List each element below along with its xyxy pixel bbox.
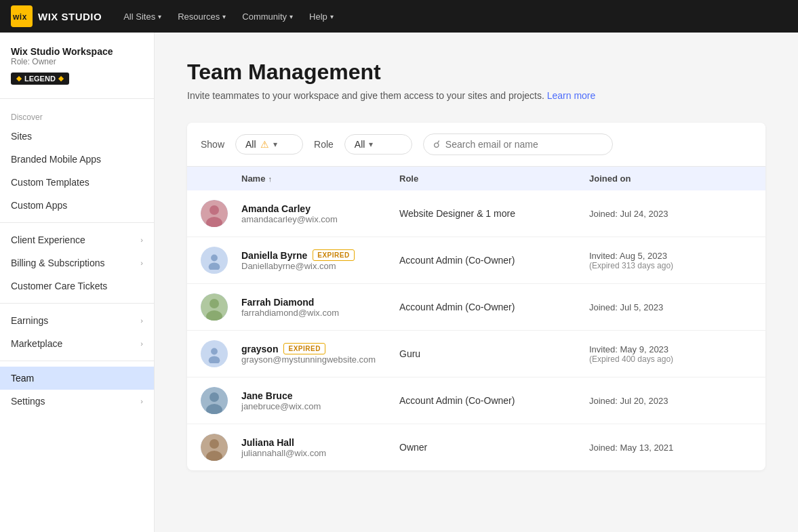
sidebar-item-branded-mobile-apps[interactable]: Branded Mobile Apps [0, 148, 154, 171]
member-email: Daniellabyrne@wix.com [241, 261, 399, 271]
chevron-right-icon: › [140, 340, 143, 348]
expired-badge: EXPIRED [313, 249, 354, 261]
divider [0, 303, 154, 304]
chevron-right-icon: › [140, 316, 143, 325]
table-row: Jane Bruce janebruce@wix.com Account Adm… [187, 377, 765, 424]
member-joined: Invited: Aug 5, 2023 (Expired 313 days a… [589, 251, 752, 270]
member-info: grayson EXPIRED grayson@mystunningwebsit… [241, 343, 399, 365]
role-label: Role [314, 139, 334, 150]
member-joined: Joined: Jul 20, 2023 [589, 396, 752, 406]
sidebar-item-earnings[interactable]: Earnings › [0, 309, 154, 332]
member-email: grayson@mystunningwebsite.com [241, 354, 399, 365]
team-table: Show All ⚠ ▾ Role All ▾ ☌ [187, 123, 765, 470]
chevron-down-icon: ▾ [290, 13, 293, 20]
avatar [201, 200, 228, 227]
column-joinedon-header: Joined on [589, 173, 752, 184]
expired-badge: EXPIRED [283, 343, 325, 354]
member-joined: Invited: May 9, 2023 (Expired 400 days a… [589, 344, 752, 364]
search-icon: ☌ [433, 138, 440, 150]
column-name-header[interactable]: Name ↑ [241, 173, 399, 184]
sidebar-item-sites[interactable]: Sites [0, 125, 154, 148]
svg-point-14 [210, 392, 219, 402]
sidebar-item-billing-subscriptions[interactable]: Billing & Subscriptions › [0, 251, 154, 274]
logo[interactable]: wix WIX STUDIO [11, 5, 102, 27]
member-role: Account Admin (Co-Owner) [399, 395, 589, 406]
nav-resources[interactable]: Resources ▾ [178, 12, 226, 22]
divider [0, 222, 154, 223]
avatar [201, 387, 228, 414]
sidebar-item-custom-templates[interactable]: Custom Templates [0, 171, 154, 194]
chevron-down-icon: ▾ [330, 13, 334, 20]
show-label: Show [201, 139, 224, 150]
page-title: Team Management [187, 60, 765, 85]
avatar [201, 247, 228, 274]
filters-bar: Show All ⚠ ▾ Role All ▾ ☌ [187, 123, 765, 167]
member-joined: Joined: May 13, 2021 [589, 443, 752, 453]
table-row: Farrah Diamond farrahdiamond@wix.com Acc… [187, 284, 765, 331]
chevron-down-icon: ▾ [158, 13, 161, 20]
member-role: Owner [399, 442, 589, 453]
chevron-down-icon: ▾ [369, 140, 373, 149]
member-email: juliannahall@wix.com [241, 448, 399, 458]
sidebar: Wix Studio Workspace Role: Owner ◆ LEGEN… [0, 33, 155, 532]
member-joined: Joined: Jul 5, 2023 [589, 302, 752, 312]
wix-logo-mark: wix [11, 5, 33, 27]
learn-more-link[interactable]: Learn more [547, 90, 596, 101]
member-role: Website Designer & 1 more [399, 208, 589, 219]
divider [0, 361, 154, 361]
sidebar-item-marketplace[interactable]: Marketplace › [0, 332, 154, 355]
member-name: Juliana Hall [241, 437, 399, 448]
svg-point-5 [211, 255, 218, 262]
workspace-role: Role: Owner [11, 57, 143, 66]
sidebar-item-settings[interactable]: Settings › [0, 390, 154, 413]
show-filter-dropdown[interactable]: All ⚠ ▾ [235, 134, 303, 155]
member-email: janebruce@wix.com [241, 401, 399, 411]
member-info: Farrah Diamond farrahdiamond@wix.com [241, 297, 399, 318]
member-name: Amanda Carley [241, 203, 399, 214]
member-role: Account Admin (Co-Owner) [399, 302, 589, 312]
table-row: grayson EXPIRED grayson@mystunningwebsit… [187, 331, 765, 377]
member-info: Daniella Byrne EXPIRED Daniellabyrne@wix… [241, 249, 399, 271]
avatar [201, 293, 228, 321]
member-info: Juliana Hall juliannahall@wix.com [241, 437, 399, 458]
svg-point-11 [211, 348, 218, 355]
chevron-right-icon: › [140, 397, 143, 405]
member-name: Jane Bruce [241, 390, 399, 401]
page-subtitle: Invite teammates to your workspace and g… [187, 90, 765, 101]
member-info: Amanda Carley amandacarley@wix.com [241, 203, 399, 224]
nav-all-sites[interactable]: All Sites ▾ [123, 12, 161, 22]
sidebar-item-team[interactable]: Team [0, 367, 154, 390]
sort-asc-icon: ↑ [268, 175, 272, 183]
member-name: Farrah Diamond [241, 297, 399, 308]
sidebar-item-custom-apps[interactable]: Custom Apps [0, 194, 154, 217]
discover-label: Discover [0, 107, 154, 125]
role-filter-dropdown[interactable]: All ▾ [344, 134, 412, 155]
member-name: Daniella Byrne EXPIRED [241, 249, 399, 261]
legend-badge: ◆ LEGEND ◆ [11, 73, 69, 85]
member-email: amandacarley@wix.com [241, 214, 399, 224]
diamond-icon: ◆ [58, 75, 64, 82]
table-header: Name ↑ Role Joined on [187, 167, 765, 190]
search-box[interactable]: ☌ [423, 134, 613, 155]
nav-community[interactable]: Community ▾ [242, 12, 293, 22]
chevron-right-icon: › [140, 236, 143, 244]
sidebar-item-customer-care-tickets[interactable]: Customer Care Tickets [0, 274, 154, 298]
avatar [201, 340, 228, 367]
logo-text: WIX STUDIO [38, 11, 102, 22]
nav-help[interactable]: Help ▾ [309, 12, 334, 22]
member-role: Account Admin (Co-Owner) [399, 255, 589, 266]
chevron-down-icon: ▾ [222, 13, 226, 20]
member-joined: Joined: Jul 24, 2023 [589, 209, 752, 219]
search-input[interactable] [445, 139, 603, 150]
table-row: Amanda Carley amandacarley@wix.com Websi… [187, 190, 765, 237]
chevron-right-icon: › [140, 259, 143, 267]
member-email: farrahdiamond@wix.com [241, 308, 399, 318]
main-content: Team Management Invite teammates to your… [155, 33, 798, 532]
workspace-info: Wix Studio Workspace Role: Owner ◆ LEGEN… [0, 46, 154, 99]
svg-point-2 [210, 205, 219, 215]
workspace-title: Wix Studio Workspace [11, 46, 143, 57]
svg-text:wix: wix [12, 12, 27, 22]
column-role-header: Role [399, 173, 589, 184]
sidebar-item-client-experience[interactable]: Client Experience › [0, 228, 154, 251]
top-navigation: wix WIX STUDIO All Sites ▾ Resources ▾ C… [0, 0, 798, 33]
